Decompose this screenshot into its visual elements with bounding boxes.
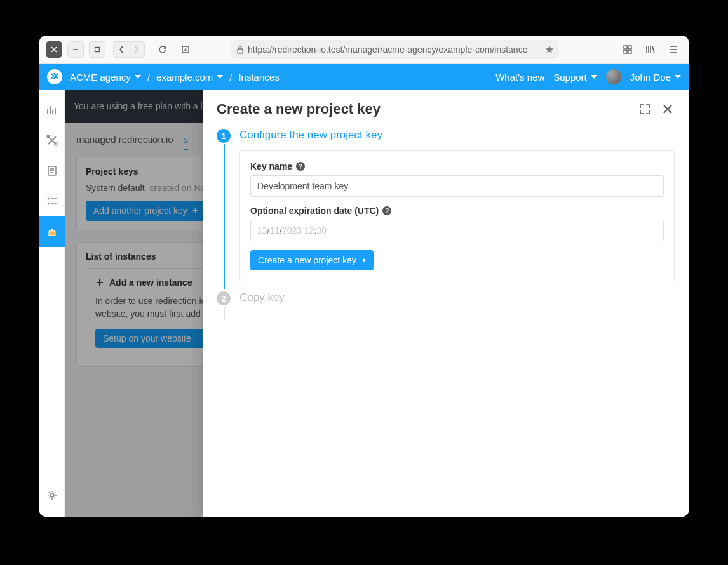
expand-icon[interactable] <box>638 102 652 116</box>
nav-arrows <box>113 41 145 58</box>
step-connector-line <box>224 307 225 319</box>
user-menu[interactable]: John Doe <box>630 72 681 83</box>
window-maximize-icon[interactable] <box>89 41 105 58</box>
whats-new-link[interactable]: What's new <box>495 72 544 83</box>
step-1-title: Configure the new project key <box>239 128 382 142</box>
step-2-title: Copy key <box>239 290 285 304</box>
tab-self[interactable]: s <box>184 134 189 150</box>
setup-website-button[interactable]: Setup on your website <box>95 329 199 348</box>
add-project-key-label: Add another project key <box>93 206 187 216</box>
add-project-key-button[interactable]: Add another project key + <box>86 201 206 221</box>
sidebar-analytics-icon[interactable] <box>39 95 65 125</box>
step-2-header: 2 Copy key <box>217 290 675 305</box>
expiration-date-input[interactable]: 13/11/2023 12:30 <box>250 220 664 241</box>
bookmark-star-icon[interactable] <box>545 45 554 54</box>
breadcrumb-page: Instances <box>238 72 279 83</box>
step-1-number: 1 <box>217 129 231 143</box>
step-2-number: 2 <box>217 291 231 305</box>
drawer-title: Create a new project key <box>217 101 638 117</box>
nav-forward-icon[interactable] <box>129 42 144 57</box>
step-1-content: Key name ? Optional expiration date (UTC… <box>239 150 675 281</box>
add-instance-label: Add a new instance <box>109 277 192 288</box>
window-close-icon[interactable] <box>46 41 62 58</box>
browser-window: https://redirection-io.test/manager/acme… <box>39 36 689 517</box>
app-body: You are using a free plan with a lim man… <box>39 90 689 517</box>
sidebar <box>39 90 65 517</box>
chevron-right-icon <box>363 258 366 263</box>
support-dropdown[interactable]: Support <box>553 72 597 83</box>
svg-rect-5 <box>624 50 627 53</box>
sidebar-list-icon[interactable] <box>39 186 65 216</box>
breadcrumb-org-label: ACME agency <box>70 72 131 83</box>
help-icon[interactable]: ? <box>382 206 391 215</box>
svg-point-11 <box>48 203 50 205</box>
create-key-drawer: Create a new project key 1 Configure the… <box>203 90 689 517</box>
svg-rect-4 <box>628 46 631 49</box>
app-header: ACME agency / example.com / Instances Wh… <box>39 64 689 90</box>
browser-toolbar: https://redirection-io.test/manager/acme… <box>39 36 689 64</box>
key-name-input[interactable] <box>250 175 664 197</box>
apps-grid-icon[interactable] <box>619 41 637 58</box>
setup-split-button: Setup on your website <box>95 329 216 348</box>
url-bar[interactable]: https://redirection-io.test/manager/acme… <box>231 40 559 59</box>
svg-rect-2 <box>238 49 243 53</box>
app-logo-icon[interactable] <box>47 69 62 84</box>
breadcrumb-project-label: example.com <box>156 72 213 83</box>
sidebar-document-icon[interactable] <box>39 156 65 186</box>
chevron-down-icon <box>135 75 141 79</box>
step-1-header: 1 Configure the new project key <box>217 128 675 143</box>
svg-point-10 <box>48 198 50 200</box>
window-minimize-icon[interactable] <box>67 41 84 58</box>
user-name: John Doe <box>630 72 671 83</box>
chevron-down-icon <box>217 75 223 79</box>
help-icon[interactable]: ? <box>296 162 305 171</box>
nav-back-icon[interactable] <box>114 42 129 57</box>
svg-rect-0 <box>95 48 100 52</box>
breadcrumb-project[interactable]: example.com <box>156 72 223 83</box>
drawer-header: Create a new project key <box>203 90 689 124</box>
svg-rect-3 <box>624 46 627 49</box>
chevron-down-icon <box>675 75 681 79</box>
create-btn-label: Create a new project key <box>258 255 356 265</box>
svg-rect-6 <box>628 50 631 53</box>
plus-icon <box>95 278 104 287</box>
key-name-label: Key name ? <box>250 161 664 171</box>
sidebar-rules-icon[interactable] <box>39 125 65 156</box>
sidebar-settings-icon[interactable] <box>39 480 65 510</box>
sidebar-instances-icon[interactable] <box>39 216 65 247</box>
menu-icon[interactable] <box>664 41 682 58</box>
svg-point-12 <box>50 493 54 497</box>
support-label: Support <box>553 72 587 83</box>
step-connector-line <box>224 144 225 289</box>
lock-icon <box>236 45 244 54</box>
breadcrumb-separator: / <box>229 72 232 83</box>
breadcrumb-org[interactable]: ACME agency <box>70 72 141 83</box>
plus-icon: + <box>192 205 198 216</box>
install-icon[interactable] <box>177 41 194 58</box>
create-project-key-button[interactable]: Create a new project key <box>250 250 374 270</box>
tab-managed[interactable]: managed redirection.io <box>76 134 173 150</box>
library-icon[interactable] <box>642 41 659 58</box>
expiration-label: Optional expiration date (UTC) ? <box>250 206 664 216</box>
setup-website-label: Setup on your website <box>103 333 191 343</box>
breadcrumb-separator: / <box>147 72 150 83</box>
reload-icon[interactable] <box>154 41 172 58</box>
chevron-down-icon <box>591 75 597 79</box>
user-avatar-icon <box>606 69 621 84</box>
banner-text: You are using a free plan with a lim <box>74 101 212 111</box>
url-text: https://redirection-io.test/manager/acme… <box>248 44 543 55</box>
drawer-body: 1 Configure the new project key Key name… <box>203 124 689 517</box>
system-default-label: System default <box>86 183 145 193</box>
close-icon[interactable] <box>661 102 675 116</box>
